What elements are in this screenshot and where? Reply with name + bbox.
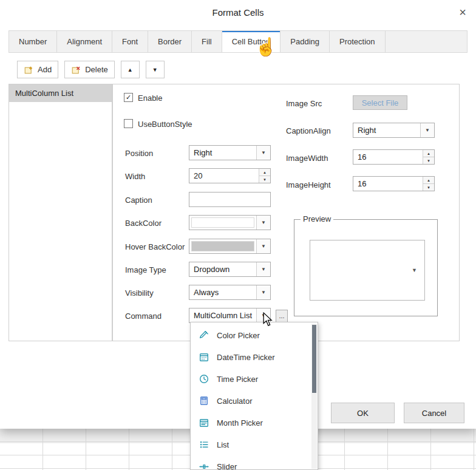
tab-strip: Number Alignment Font Border Fill Cell B… [8, 30, 467, 53]
position-value: Right [189, 146, 256, 160]
move-up-button[interactable]: ▲ [121, 61, 140, 78]
hand-cursor: ☝ [255, 36, 277, 57]
menu-item-label: Slider [217, 462, 237, 470]
caption-align-label: CaptionAlign [286, 126, 331, 135]
add-button-label: Add [38, 65, 52, 74]
image-height-stepper[interactable]: 16 ▲ ▼ [353, 176, 435, 191]
command-label: Command [125, 312, 162, 321]
menu-item-slider[interactable]: Slider [191, 455, 318, 470]
width-spin-buttons: ▲ ▼ [259, 169, 270, 183]
enable-checkbox[interactable]: ✓ [124, 93, 133, 102]
add-icon [24, 65, 33, 75]
month-picker-icon [199, 417, 209, 428]
image-src-label: Image Src [286, 99, 322, 108]
tab-padding[interactable]: Padding [280, 31, 330, 52]
width-stepper[interactable]: 20 ▲ ▼ [189, 168, 271, 183]
image-height-label: ImageHeight [286, 180, 331, 189]
tab-protection[interactable]: Protection [330, 31, 386, 52]
list-icon [199, 439, 209, 450]
image-width-label: ImageWidth [286, 154, 328, 163]
spin-down-icon[interactable]: ▼ [423, 157, 434, 164]
hover-back-color-combobox[interactable]: ▼ [189, 239, 271, 254]
slider-icon [199, 461, 209, 470]
tab-font[interactable]: Font [112, 31, 148, 52]
title-bar: Format Cells × [0, 0, 476, 26]
color-picker-icon [199, 330, 209, 341]
select-file-button[interactable]: Select File [353, 95, 407, 110]
back-color-label: BackColor [125, 219, 162, 228]
back-color-combobox[interactable]: ▼ [189, 215, 271, 230]
command-dropdown-menu: Color Picker DateTime Picker Time Picker [190, 322, 318, 470]
width-label: Width [125, 172, 145, 181]
image-type-value: Dropdown [189, 262, 256, 276]
position-label: Position [125, 149, 153, 158]
visibility-combobox[interactable]: Always ▼ [189, 285, 271, 300]
menu-scrollbar[interactable] [311, 324, 317, 469]
tab-border[interactable]: Border [148, 31, 192, 52]
delete-icon [71, 65, 81, 75]
menu-item-time-picker[interactable]: Time Picker [191, 368, 318, 390]
move-down-icon: ▼ [152, 67, 158, 73]
arrow-cursor [262, 312, 274, 327]
calculator-icon [199, 395, 209, 406]
width-value: 20 [189, 169, 259, 183]
back-color-swatch [191, 217, 254, 228]
spin-up-icon[interactable]: ▲ [259, 169, 270, 176]
close-icon[interactable]: × [459, 6, 466, 18]
menu-item-label: Time Picker [217, 375, 258, 384]
chevron-down-icon[interactable]: ▼ [256, 216, 270, 230]
command-more-button[interactable]: ... [276, 310, 288, 322]
hover-back-color-label: Hover BackColor [125, 242, 185, 251]
hover-back-color-swatch [191, 241, 254, 251]
menu-scrollbar-thumb[interactable] [312, 325, 316, 393]
add-button[interactable]: Add [17, 61, 58, 78]
image-width-spin-buttons: ▲ ▼ [423, 150, 434, 164]
tab-number[interactable]: Number [9, 31, 57, 52]
caption-align-combobox[interactable]: Right ▼ [353, 123, 435, 138]
form-panel: ✓ Enable UseButtonStyle Position Right ▼… [112, 84, 460, 341]
image-type-combobox[interactable]: Dropdown ▼ [189, 262, 271, 277]
position-combobox[interactable]: Right ▼ [189, 145, 271, 160]
tab-alignment[interactable]: Alignment [57, 31, 112, 52]
button-list-panel: MultiColumn List [8, 84, 112, 341]
cancel-button[interactable]: Cancel [404, 403, 464, 423]
use-button-style-checkbox[interactable] [124, 119, 133, 128]
menu-item-label: Color Picker [217, 331, 260, 340]
command-value: MultiColumn List [189, 308, 256, 322]
menu-item-month-picker[interactable]: Month Picker [191, 412, 318, 434]
spin-up-icon[interactable]: ▲ [423, 177, 434, 184]
caption-align-value: Right [353, 123, 420, 137]
menu-item-calculator[interactable]: Calculator [191, 390, 318, 412]
list-item-multicolumn-list[interactable]: MultiColumn List [9, 84, 112, 102]
delete-button[interactable]: Delete [64, 61, 115, 78]
spin-down-icon[interactable]: ▼ [423, 184, 434, 191]
tab-fill[interactable]: Fill [192, 31, 222, 52]
chevron-down-icon[interactable]: ▼ [256, 262, 270, 276]
spin-up-icon[interactable]: ▲ [423, 150, 434, 157]
preview-label: Preview [301, 214, 333, 223]
menu-item-color-picker[interactable]: Color Picker [191, 324, 318, 346]
image-width-stepper[interactable]: 16 ▲ ▼ [353, 149, 435, 165]
menu-item-datetime-picker[interactable]: DateTime Picker [191, 346, 318, 368]
chevron-down-icon[interactable]: ▼ [420, 123, 434, 137]
menu-item-list[interactable]: List [191, 434, 318, 455]
image-width-value: 16 [353, 150, 423, 164]
image-height-spin-buttons: ▲ ▼ [423, 177, 434, 191]
caption-input[interactable] [189, 192, 271, 207]
spin-down-icon[interactable]: ▼ [259, 176, 270, 183]
move-down-button[interactable]: ▼ [146, 61, 165, 78]
move-up-icon: ▲ [127, 67, 133, 73]
time-picker-icon [199, 373, 209, 384]
caption-label: Caption [125, 196, 152, 205]
preview-cell-button: ▼ [310, 240, 425, 301]
chevron-down-icon[interactable]: ▼ [256, 146, 270, 160]
ok-button[interactable]: OK [331, 403, 395, 423]
check-icon: ✓ [126, 94, 131, 101]
screen: Format Cells × Number Alignment Font Bor… [0, 0, 476, 470]
command-menu-items: Color Picker DateTime Picker Time Picker [191, 322, 318, 470]
chevron-down-icon[interactable]: ▼ [256, 285, 270, 299]
enable-label: Enable [138, 94, 162, 103]
chevron-down-icon[interactable]: ▼ [256, 239, 270, 253]
command-combobox[interactable]: MultiColumn List ▼ [189, 308, 271, 323]
preview-groupbox: Preview ▼ [294, 219, 438, 316]
